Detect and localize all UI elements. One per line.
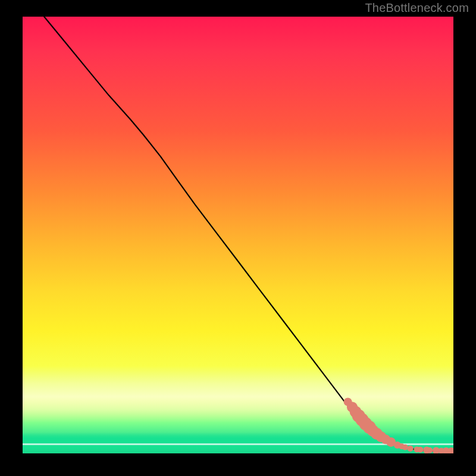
scatter-dot <box>402 444 408 450</box>
scatter-series <box>23 17 453 453</box>
scatter-dot <box>408 446 414 452</box>
scatter-dot <box>417 447 423 453</box>
scatter-dot <box>427 447 433 453</box>
chart-plot-area <box>23 17 453 453</box>
watermark-text: TheBottleneck.com <box>365 1 469 15</box>
